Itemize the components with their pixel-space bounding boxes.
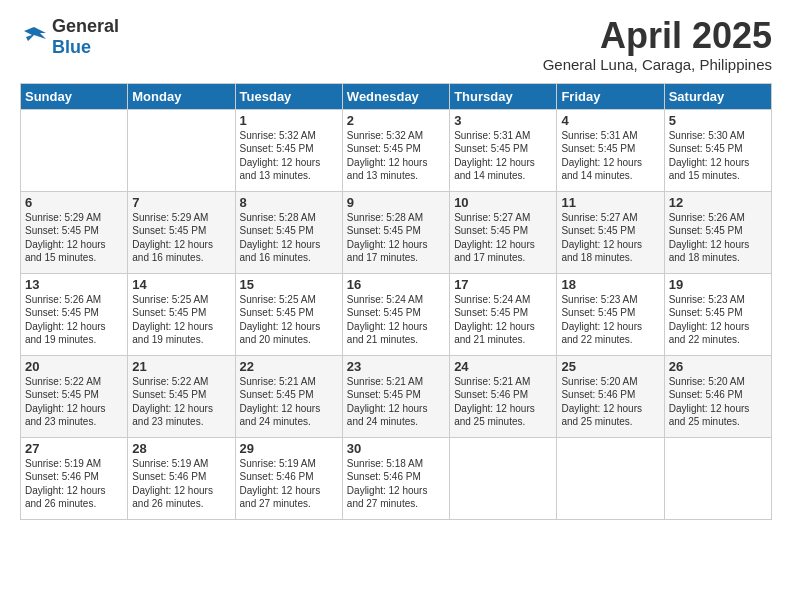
- page: General Blue April 2025 General Luna, Ca…: [0, 0, 792, 612]
- calendar-header-row: Sunday Monday Tuesday Wednesday Thursday…: [21, 83, 772, 109]
- day-number: 11: [561, 195, 659, 210]
- day-number: 8: [240, 195, 338, 210]
- day-info: Sunrise: 5:28 AMSunset: 5:45 PMDaylight:…: [240, 211, 338, 265]
- day-number: 21: [132, 359, 230, 374]
- day-info: Sunrise: 5:21 AMSunset: 5:46 PMDaylight:…: [454, 375, 552, 429]
- day-info: Sunrise: 5:29 AMSunset: 5:45 PMDaylight:…: [132, 211, 230, 265]
- day-info: Sunrise: 5:24 AMSunset: 5:45 PMDaylight:…: [454, 293, 552, 347]
- cell-0-3: 2Sunrise: 5:32 AMSunset: 5:45 PMDaylight…: [342, 109, 449, 191]
- cell-2-1: 14Sunrise: 5:25 AMSunset: 5:45 PMDayligh…: [128, 273, 235, 355]
- logo: General Blue: [20, 16, 119, 58]
- cell-3-5: 25Sunrise: 5:20 AMSunset: 5:46 PMDayligh…: [557, 355, 664, 437]
- cell-2-3: 16Sunrise: 5:24 AMSunset: 5:45 PMDayligh…: [342, 273, 449, 355]
- day-number: 23: [347, 359, 445, 374]
- week-row-4: 20Sunrise: 5:22 AMSunset: 5:45 PMDayligh…: [21, 355, 772, 437]
- cell-3-3: 23Sunrise: 5:21 AMSunset: 5:45 PMDayligh…: [342, 355, 449, 437]
- cell-4-5: [557, 437, 664, 519]
- cell-1-2: 8Sunrise: 5:28 AMSunset: 5:45 PMDaylight…: [235, 191, 342, 273]
- header: General Blue April 2025 General Luna, Ca…: [20, 16, 772, 73]
- col-thursday: Thursday: [450, 83, 557, 109]
- day-number: 12: [669, 195, 767, 210]
- cell-3-0: 20Sunrise: 5:22 AMSunset: 5:45 PMDayligh…: [21, 355, 128, 437]
- col-wednesday: Wednesday: [342, 83, 449, 109]
- cell-3-4: 24Sunrise: 5:21 AMSunset: 5:46 PMDayligh…: [450, 355, 557, 437]
- day-number: 18: [561, 277, 659, 292]
- cell-4-3: 30Sunrise: 5:18 AMSunset: 5:46 PMDayligh…: [342, 437, 449, 519]
- cell-4-0: 27Sunrise: 5:19 AMSunset: 5:46 PMDayligh…: [21, 437, 128, 519]
- col-tuesday: Tuesday: [235, 83, 342, 109]
- week-row-1: 1Sunrise: 5:32 AMSunset: 5:45 PMDaylight…: [21, 109, 772, 191]
- day-number: 30: [347, 441, 445, 456]
- logo-text: General Blue: [52, 16, 119, 58]
- day-info: Sunrise: 5:18 AMSunset: 5:46 PMDaylight:…: [347, 457, 445, 511]
- cell-4-4: [450, 437, 557, 519]
- day-info: Sunrise: 5:21 AMSunset: 5:45 PMDaylight:…: [240, 375, 338, 429]
- day-number: 3: [454, 113, 552, 128]
- col-sunday: Sunday: [21, 83, 128, 109]
- cell-0-0: [21, 109, 128, 191]
- cell-4-6: [664, 437, 771, 519]
- day-info: Sunrise: 5:32 AMSunset: 5:45 PMDaylight:…: [240, 129, 338, 183]
- cell-1-1: 7Sunrise: 5:29 AMSunset: 5:45 PMDaylight…: [128, 191, 235, 273]
- cell-0-5: 4Sunrise: 5:31 AMSunset: 5:45 PMDaylight…: [557, 109, 664, 191]
- day-number: 1: [240, 113, 338, 128]
- day-info: Sunrise: 5:32 AMSunset: 5:45 PMDaylight:…: [347, 129, 445, 183]
- day-info: Sunrise: 5:23 AMSunset: 5:45 PMDaylight:…: [561, 293, 659, 347]
- day-number: 29: [240, 441, 338, 456]
- day-number: 6: [25, 195, 123, 210]
- day-number: 27: [25, 441, 123, 456]
- logo-blue: Blue: [52, 37, 91, 57]
- day-info: Sunrise: 5:25 AMSunset: 5:45 PMDaylight:…: [132, 293, 230, 347]
- day-info: Sunrise: 5:30 AMSunset: 5:45 PMDaylight:…: [669, 129, 767, 183]
- cell-2-5: 18Sunrise: 5:23 AMSunset: 5:45 PMDayligh…: [557, 273, 664, 355]
- logo-general: General: [52, 16, 119, 36]
- day-number: 4: [561, 113, 659, 128]
- day-number: 2: [347, 113, 445, 128]
- cell-1-3: 9Sunrise: 5:28 AMSunset: 5:45 PMDaylight…: [342, 191, 449, 273]
- day-number: 26: [669, 359, 767, 374]
- day-info: Sunrise: 5:24 AMSunset: 5:45 PMDaylight:…: [347, 293, 445, 347]
- day-info: Sunrise: 5:19 AMSunset: 5:46 PMDaylight:…: [25, 457, 123, 511]
- week-row-2: 6Sunrise: 5:29 AMSunset: 5:45 PMDaylight…: [21, 191, 772, 273]
- month-title: April 2025: [543, 16, 772, 56]
- day-info: Sunrise: 5:25 AMSunset: 5:45 PMDaylight:…: [240, 293, 338, 347]
- day-number: 14: [132, 277, 230, 292]
- cell-0-4: 3Sunrise: 5:31 AMSunset: 5:45 PMDaylight…: [450, 109, 557, 191]
- day-number: 25: [561, 359, 659, 374]
- cell-3-6: 26Sunrise: 5:20 AMSunset: 5:46 PMDayligh…: [664, 355, 771, 437]
- day-number: 28: [132, 441, 230, 456]
- day-info: Sunrise: 5:19 AMSunset: 5:46 PMDaylight:…: [240, 457, 338, 511]
- calendar-table: Sunday Monday Tuesday Wednesday Thursday…: [20, 83, 772, 520]
- day-number: 7: [132, 195, 230, 210]
- day-info: Sunrise: 5:31 AMSunset: 5:45 PMDaylight:…: [561, 129, 659, 183]
- day-info: Sunrise: 5:23 AMSunset: 5:45 PMDaylight:…: [669, 293, 767, 347]
- day-number: 19: [669, 277, 767, 292]
- day-number: 24: [454, 359, 552, 374]
- cell-1-0: 6Sunrise: 5:29 AMSunset: 5:45 PMDaylight…: [21, 191, 128, 273]
- cell-1-6: 12Sunrise: 5:26 AMSunset: 5:45 PMDayligh…: [664, 191, 771, 273]
- cell-0-6: 5Sunrise: 5:30 AMSunset: 5:45 PMDaylight…: [664, 109, 771, 191]
- day-number: 22: [240, 359, 338, 374]
- cell-2-2: 15Sunrise: 5:25 AMSunset: 5:45 PMDayligh…: [235, 273, 342, 355]
- col-saturday: Saturday: [664, 83, 771, 109]
- day-info: Sunrise: 5:21 AMSunset: 5:45 PMDaylight:…: [347, 375, 445, 429]
- day-number: 16: [347, 277, 445, 292]
- day-number: 15: [240, 277, 338, 292]
- logo-icon: [20, 23, 48, 51]
- cell-0-2: 1Sunrise: 5:32 AMSunset: 5:45 PMDaylight…: [235, 109, 342, 191]
- col-friday: Friday: [557, 83, 664, 109]
- svg-marker-0: [24, 27, 46, 41]
- cell-0-1: [128, 109, 235, 191]
- cell-1-4: 10Sunrise: 5:27 AMSunset: 5:45 PMDayligh…: [450, 191, 557, 273]
- week-row-5: 27Sunrise: 5:19 AMSunset: 5:46 PMDayligh…: [21, 437, 772, 519]
- day-info: Sunrise: 5:28 AMSunset: 5:45 PMDaylight:…: [347, 211, 445, 265]
- cell-4-1: 28Sunrise: 5:19 AMSunset: 5:46 PMDayligh…: [128, 437, 235, 519]
- day-info: Sunrise: 5:31 AMSunset: 5:45 PMDaylight:…: [454, 129, 552, 183]
- day-number: 17: [454, 277, 552, 292]
- day-info: Sunrise: 5:22 AMSunset: 5:45 PMDaylight:…: [25, 375, 123, 429]
- cell-2-6: 19Sunrise: 5:23 AMSunset: 5:45 PMDayligh…: [664, 273, 771, 355]
- day-number: 9: [347, 195, 445, 210]
- cell-2-4: 17Sunrise: 5:24 AMSunset: 5:45 PMDayligh…: [450, 273, 557, 355]
- day-number: 10: [454, 195, 552, 210]
- cell-1-5: 11Sunrise: 5:27 AMSunset: 5:45 PMDayligh…: [557, 191, 664, 273]
